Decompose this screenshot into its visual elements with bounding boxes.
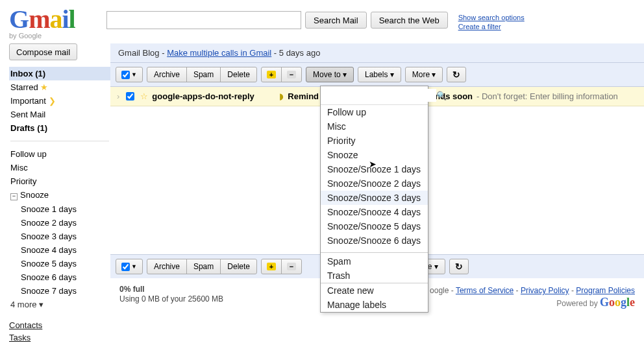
contacts-link[interactable]: Contacts xyxy=(9,319,110,331)
search-area: Search Mail Search the Web Show search o… xyxy=(106,9,525,31)
collapse-icon[interactable]: − xyxy=(10,193,18,200)
nav-list: Inbox (1) Starred ★ Important ❯ Sent Mai… xyxy=(9,67,110,311)
nav-important-label: Important xyxy=(10,96,46,106)
label-snooze-6[interactable]: Snooze 6 days xyxy=(9,270,110,284)
compose-mail-button[interactable]: Compose mail xyxy=(9,43,77,60)
tasks-link[interactable]: Tasks xyxy=(9,331,110,344)
mark-important-button-2[interactable]: + xyxy=(261,259,282,274)
select-all-button[interactable]: ▼ xyxy=(116,67,143,82)
delete-button[interactable]: Delete xyxy=(220,67,257,82)
label-snooze-1[interactable]: Snooze 1 days xyxy=(9,202,110,216)
spam-button[interactable]: Spam xyxy=(186,67,221,82)
promo-suffix: - 5 days ago xyxy=(271,48,320,58)
dd-item-snooze6[interactable]: Snooze/Snooze 6 days xyxy=(321,233,428,248)
nav-starred[interactable]: Starred ★ xyxy=(9,80,110,94)
importance-marker-icon[interactable]: › xyxy=(117,91,119,101)
mark-important-button[interactable]: + xyxy=(261,67,282,82)
row-star-icon[interactable]: ☆ xyxy=(140,91,148,101)
search-icon: 🔍 xyxy=(436,91,447,101)
row-checkbox[interactable] xyxy=(126,92,134,101)
select-all-checkbox-2[interactable] xyxy=(121,263,130,271)
row-label-chip-icon: ◗ xyxy=(279,91,284,101)
dd-item-spam[interactable]: Spam xyxy=(321,254,428,268)
label-snooze[interactable]: −Snooze xyxy=(9,188,110,202)
nav-important[interactable]: Important ❯ xyxy=(9,94,110,108)
select-all-button-2[interactable]: ▼ xyxy=(116,259,143,274)
promo-prefix: Gmail Blog - xyxy=(118,48,167,58)
show-search-options-link[interactable]: Show search options xyxy=(458,13,525,22)
label-followup[interactable]: Follow up xyxy=(9,147,110,161)
dd-item-misc[interactable]: Misc xyxy=(321,119,428,134)
row-snippet: - Don't forget: Enter billing informatio… xyxy=(477,91,618,101)
label-snooze-5[interactable]: Snooze 5 days xyxy=(9,257,110,270)
row-sender: google-apps-do-not-reply xyxy=(152,91,275,101)
google-logo: Google xyxy=(600,296,635,309)
mark-unimportant-button[interactable]: − xyxy=(281,67,302,82)
label-priority[interactable]: Priority xyxy=(9,174,110,188)
plus-icon: + xyxy=(267,263,276,270)
minus-icon: − xyxy=(287,71,296,78)
dd-item-snooze1[interactable]: Snooze/Snooze 1 days xyxy=(321,162,428,176)
dd-item-snooze2[interactable]: Snooze/Snooze 2 days xyxy=(321,176,428,191)
archive-button-2[interactable]: Archive xyxy=(147,259,187,274)
importance-group: + − xyxy=(261,67,302,82)
label-snooze-3[interactable]: Snooze 3 days xyxy=(9,230,110,243)
dd-item-snooze3[interactable]: Snooze/Snooze 3 days xyxy=(321,191,428,205)
labels-button[interactable]: Labels ▾ xyxy=(358,67,401,82)
dd-item-followup[interactable]: Follow up xyxy=(321,105,428,119)
search-input[interactable] xyxy=(106,11,301,29)
create-filter-link[interactable]: Create a filter xyxy=(458,22,525,31)
label-snooze-7[interactable]: Snooze 7 days xyxy=(9,284,110,298)
refresh-button[interactable]: ↻ xyxy=(447,67,466,82)
spam-button-2[interactable]: Spam xyxy=(186,259,221,274)
dd-manage-labels[interactable]: Manage labels xyxy=(321,298,428,312)
storage-usage: Using 0 MB of your 25600 MB xyxy=(119,294,223,304)
header-bar: Gmail by Google Search Mail Search the W… xyxy=(0,0,644,40)
powered-by: Powered by Google xyxy=(430,296,635,309)
archive-button[interactable]: Archive xyxy=(147,67,187,82)
label-misc[interactable]: Misc xyxy=(9,161,110,174)
action-group: Archive Spam Delete xyxy=(147,67,257,82)
important-icon: ❯ xyxy=(49,96,56,106)
nav-sent[interactable]: Sent Mail xyxy=(9,108,110,121)
move-to-button[interactable]: Move to ▾ xyxy=(306,67,354,82)
dd-item-snooze7[interactable]: Snooze/Snooze 7 days xyxy=(321,248,428,251)
dd-item-snooze4[interactable]: Snooze/Snooze 4 days xyxy=(321,205,428,219)
caret-down-icon: ▼ xyxy=(131,71,137,78)
dropdown-scroll[interactable]: Follow up Misc Priority Snooze Snooze/Sn… xyxy=(321,105,428,251)
minus-icon: − xyxy=(287,263,296,270)
more-button[interactable]: More ▾ xyxy=(405,67,443,82)
main-pane: Gmail Blog - Make multiple calls in Gmai… xyxy=(110,43,644,106)
select-all-checkbox[interactable] xyxy=(121,71,130,79)
privacy-link[interactable]: Privacy Policy xyxy=(521,286,569,295)
sidebar: Compose mail Inbox (1) Starred ★ Importa… xyxy=(0,43,110,344)
promo-link[interactable]: Make multiple calls in Gmail xyxy=(167,48,271,58)
search-mail-button[interactable]: Search Mail xyxy=(305,12,367,29)
refresh-icon: ↻ xyxy=(455,261,463,272)
row-subject-left: Remind xyxy=(288,91,319,101)
nav-drafts[interactable]: Drafts (1) xyxy=(9,121,110,135)
nav-starred-label: Starred xyxy=(10,82,38,92)
mark-unimportant-button-2[interactable]: − xyxy=(281,259,302,274)
refresh-button-2[interactable]: ↻ xyxy=(449,259,469,274)
caret-down-icon: ▼ xyxy=(131,263,137,270)
dropdown-search-input[interactable] xyxy=(325,89,436,102)
tos-link[interactable]: Terms of Service xyxy=(456,286,514,295)
search-web-button[interactable]: Search the Web xyxy=(371,12,448,29)
gmail-logo: Gmail by Google xyxy=(9,4,106,40)
label-snooze-4[interactable]: Snooze 4 days xyxy=(9,243,110,257)
program-policies-link[interactable]: Program Policies xyxy=(576,286,635,295)
refresh-icon: ↻ xyxy=(452,69,460,80)
dd-item-trash[interactable]: Trash xyxy=(321,268,428,283)
dd-create-new[interactable]: Create new xyxy=(321,283,428,298)
star-icon: ★ xyxy=(40,82,48,92)
nav-inbox[interactable]: Inbox (1) xyxy=(9,67,110,80)
label-snooze-text: Snooze xyxy=(20,190,49,200)
n-more-labels[interactable]: 4 more ▾ xyxy=(9,298,110,311)
dd-item-snooze[interactable]: Snooze xyxy=(321,148,428,162)
plus-icon: + xyxy=(267,71,276,78)
delete-button-2[interactable]: Delete xyxy=(220,259,257,274)
label-snooze-2[interactable]: Snooze 2 days xyxy=(9,216,110,230)
dd-item-snooze5[interactable]: Snooze/Snooze 5 days xyxy=(321,219,428,233)
dd-item-priority[interactable]: Priority xyxy=(321,134,428,148)
